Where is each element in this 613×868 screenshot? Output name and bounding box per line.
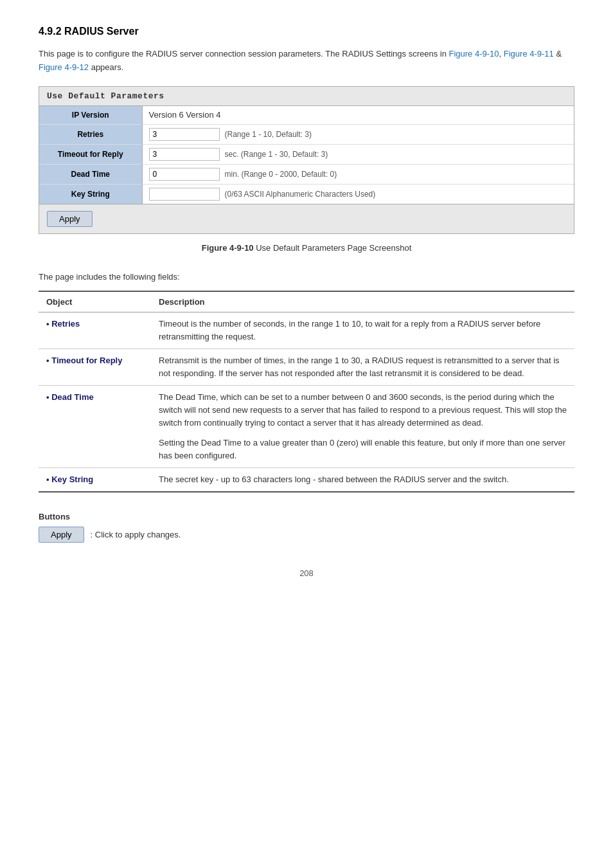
button-row: Apply : Click to apply changes. (39, 527, 574, 543)
table-object: Dead Time (39, 386, 151, 468)
section-title: 4.9.2 RADIUS Server (39, 26, 574, 37)
param-value[interactable]: (0/63 ASCII Alphanumeric Characters Used… (142, 184, 574, 204)
col-header-object: Object (39, 291, 151, 312)
col-header-description: Description (151, 291, 574, 312)
table-row: Dead TimeThe Dead Time, which can be set… (39, 386, 574, 468)
description-table: Object Description RetriesTimeout is the… (39, 291, 574, 493)
figure-link-2[interactable]: Figure 4-9-11 (504, 49, 554, 59)
table-object: Retries (39, 312, 151, 348)
apply-row: Apply (39, 204, 574, 233)
param-value[interactable]: sec. (Range 1 - 30, Default: 3) (142, 144, 574, 164)
intro-suffix: appears. (89, 62, 123, 72)
table-description: The secret key - up to 63 characters lon… (151, 467, 574, 492)
param-input-retries[interactable] (149, 128, 220, 141)
param-hint: min. (Range 0 - 2000, Default: 0) (225, 170, 337, 179)
param-row: Key String(0/63 ASCII Alphanumeric Chara… (39, 184, 574, 204)
table-row: Key StringThe secret key - up to 63 char… (39, 467, 574, 492)
apply-button-bottom[interactable]: Apply (39, 527, 84, 543)
param-table: IP VersionVersion 6 Version 4Retries(Ran… (39, 106, 574, 204)
param-value[interactable]: (Range 1 - 10, Default: 3) (142, 124, 574, 144)
param-row: IP VersionVersion 6 Version 4 (39, 106, 574, 125)
figure-link-3[interactable]: Figure 4-9-12 (39, 62, 89, 72)
figure-link-1[interactable]: Figure 4-9-10 (449, 49, 499, 59)
param-label: Dead Time (39, 164, 142, 184)
param-row: Retries(Range 1 - 10, Default: 3) (39, 124, 574, 144)
apply-button-top[interactable]: Apply (47, 211, 93, 227)
param-label: Retries (39, 124, 142, 144)
param-label: IP Version (39, 106, 142, 125)
figure-caption-text: Use Default Parameters Page Screenshot (254, 243, 412, 253)
apply-button-desc: : Click to apply changes. (91, 530, 181, 539)
param-value: Version 6 Version 4 (142, 106, 574, 125)
fields-intro: The page includes the following fields: (39, 272, 574, 282)
table-description: Timeout is the number of seconds, in the… (151, 312, 574, 348)
param-hint: (Range 1 - 10, Default: 3) (225, 130, 312, 139)
param-row: Dead Timemin. (Range 0 - 2000, Default: … (39, 164, 574, 184)
param-input-timeout-for-reply[interactable] (149, 148, 220, 161)
param-input-dead-time[interactable] (149, 168, 220, 181)
table-description: Retransmit is the number of times, in th… (151, 348, 574, 385)
figure-caption-bold: Figure 4-9-10 (202, 243, 254, 253)
param-label: Key String (39, 184, 142, 204)
param-input-key-string[interactable] (149, 188, 220, 201)
param-text: Version 6 Version 4 (149, 110, 221, 120)
param-label: Timeout for Reply (39, 144, 142, 164)
param-box-header: Use Default Parameters (39, 87, 574, 106)
param-hint: sec. (Range 1 - 30, Default: 3) (225, 150, 328, 159)
table-row: Timeout for ReplyRetransmit is the numbe… (39, 348, 574, 385)
table-row: RetriesTimeout is the number of seconds,… (39, 312, 574, 348)
intro-paragraph: This page is to configure the RADIUS ser… (39, 48, 574, 75)
table-description: The Dead Time, which can be set to a num… (151, 386, 574, 468)
param-box: Use Default Parameters IP VersionVersion… (39, 86, 574, 234)
buttons-label: Buttons (39, 512, 574, 521)
buttons-section: Buttons Apply : Click to apply changes. (39, 512, 574, 543)
table-object: Key String (39, 467, 151, 492)
param-row: Timeout for Replysec. (Range 1 - 30, Def… (39, 144, 574, 164)
page-number: 208 (39, 568, 574, 578)
param-value[interactable]: min. (Range 0 - 2000, Default: 0) (142, 164, 574, 184)
intro-text: This page is to configure the RADIUS ser… (39, 49, 449, 59)
figure-caption: Figure 4-9-10 Use Default Parameters Pag… (39, 243, 574, 253)
table-object: Timeout for Reply (39, 348, 151, 385)
param-hint: (0/63 ASCII Alphanumeric Characters Used… (225, 190, 376, 199)
